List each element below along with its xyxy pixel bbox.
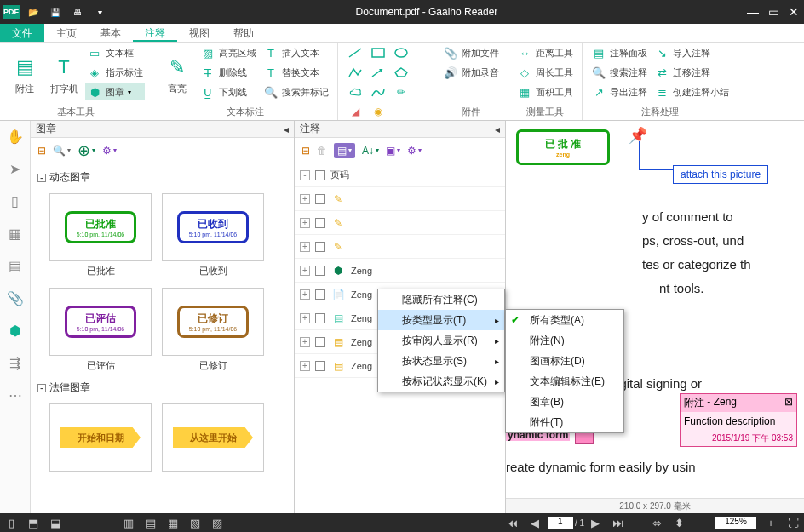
export-comment-button[interactable]: ↗导出注释 bbox=[589, 83, 649, 100]
prev-page-button[interactable]: ◀ bbox=[524, 517, 546, 529]
sb-icon[interactable]: ▥ bbox=[118, 517, 140, 529]
pencil-shape[interactable]: ✏ bbox=[392, 84, 411, 100]
zoom-out-button[interactable]: − bbox=[690, 517, 712, 529]
attach-file-button[interactable]: 📎附加文件 bbox=[441, 44, 501, 61]
cloud-shape[interactable] bbox=[346, 84, 365, 100]
polyline-shape[interactable] bbox=[346, 65, 365, 80]
zoom-input[interactable]: 125% bbox=[715, 517, 756, 529]
category-dynamic[interactable]: -动态图章 bbox=[37, 170, 287, 185]
perimeter-tool-button[interactable]: ◇周长工具 bbox=[515, 64, 575, 81]
arrow-icon[interactable]: ➤ bbox=[5, 158, 26, 179]
search-comment-button[interactable]: 🔍搜索注释 bbox=[589, 64, 649, 81]
filter2-button[interactable]: ▣▾ bbox=[386, 145, 400, 157]
callout-button[interactable]: ◈指示标注 bbox=[85, 64, 145, 81]
filter-anno-button[interactable]: ▤▾ bbox=[334, 143, 355, 158]
minimize-button[interactable]: — bbox=[743, 5, 763, 19]
eyedrop-shape[interactable]: ◉ bbox=[369, 104, 388, 119]
menu-item[interactable]: 按审阅人显示(R)▸ bbox=[378, 330, 504, 351]
approved-stamp[interactable]: 已 批 准zeng bbox=[516, 129, 610, 165]
search-mark-button[interactable]: 🔍搜索并标记 bbox=[261, 83, 330, 100]
callout-annotation[interactable]: attach this picture bbox=[673, 165, 768, 184]
annotation-row[interactable]: + ✎ bbox=[295, 187, 505, 211]
strikeout-button[interactable]: T̶删除线 bbox=[198, 64, 258, 81]
eraser-shape[interactable]: ◢ bbox=[346, 104, 365, 119]
comment-panel-button[interactable]: ▤注释面板 bbox=[589, 44, 649, 61]
page-header-row[interactable]: -页码 bbox=[295, 163, 505, 187]
annotation-row[interactable]: + ✎ bbox=[295, 211, 505, 235]
stamp-item-已修订[interactable]: 已修订5:10 pm, 11/14/06 已修订 bbox=[162, 288, 264, 372]
hand-icon[interactable]: ✋ bbox=[5, 126, 26, 146]
sticky-note[interactable]: 附注 - Zeng⊠ Function description 2015/1/1… bbox=[680, 393, 797, 447]
highlight-area-button[interactable]: ▨高亮区域 bbox=[198, 44, 258, 61]
sort-anno-button[interactable]: A↓▾ bbox=[362, 145, 379, 157]
fit-page-icon[interactable]: ⬍ bbox=[668, 517, 690, 529]
submenu-item[interactable]: 附注(N) bbox=[506, 330, 623, 351]
save-icon[interactable]: 💾 bbox=[47, 5, 64, 19]
submenu-item[interactable]: 文本编辑标注(E) bbox=[506, 371, 623, 392]
attach-audio-button[interactable]: 🔊附加录音 bbox=[441, 64, 501, 81]
collapse-icon[interactable]: ◂ bbox=[495, 123, 500, 135]
sb-icon[interactable]: ⬓ bbox=[44, 517, 66, 529]
search-stamp-button[interactable]: 🔍▾ bbox=[53, 145, 71, 157]
distance-tool-button[interactable]: ↔距离工具 bbox=[515, 44, 575, 61]
sb-icon[interactable]: ▤ bbox=[140, 517, 162, 529]
submenu-item[interactable]: 附件(T) bbox=[506, 412, 623, 432]
annotation-row[interactable]: + ⬢ Zeng bbox=[295, 259, 505, 283]
last-page-button[interactable]: ⏭ bbox=[606, 517, 629, 529]
stamp-item-从这里开始[interactable]: 从这里开始 bbox=[162, 403, 264, 472]
textbox-button[interactable]: ▭文本框 bbox=[85, 44, 145, 61]
tab-annotate[interactable]: 注释 bbox=[133, 24, 177, 42]
anno-settings-button[interactable]: ⚙▾ bbox=[407, 145, 422, 157]
collapse-icon[interactable]: ◂ bbox=[284, 123, 289, 135]
menu-item[interactable]: 按状态显示(S)▸ bbox=[378, 351, 504, 371]
area-tool-button[interactable]: ▦面积工具 bbox=[515, 83, 575, 100]
note-button[interactable]: ▤附注 bbox=[7, 44, 43, 104]
tab-view[interactable]: 视图 bbox=[177, 24, 221, 42]
close-button[interactable]: ✕ bbox=[784, 5, 804, 19]
arrow-shape[interactable] bbox=[369, 65, 388, 80]
submenu-item[interactable]: ✔所有类型(A) bbox=[506, 310, 623, 330]
sb-icon[interactable]: ⬒ bbox=[22, 517, 44, 529]
sb-icon[interactable]: ▨ bbox=[206, 517, 228, 529]
insert-text-button[interactable]: T插入文本 bbox=[261, 44, 330, 61]
comment-icon[interactable]: ▤ bbox=[5, 255, 26, 276]
line-shape[interactable] bbox=[346, 45, 365, 60]
rect-shape[interactable] bbox=[369, 45, 388, 60]
stamp-tool-icon[interactable]: ⬢ bbox=[5, 320, 26, 340]
fit-width-icon[interactable]: ⬄ bbox=[646, 517, 668, 529]
open-icon[interactable]: 📂 bbox=[25, 5, 42, 19]
collapse-anno-button[interactable]: ⊟ bbox=[302, 145, 310, 157]
highlight-button[interactable]: ✎高亮 bbox=[159, 44, 195, 104]
category-legal[interactable]: -法律图章 bbox=[37, 380, 287, 395]
tab-basic[interactable]: 基本 bbox=[89, 24, 133, 42]
thumbnails-icon[interactable]: ▦ bbox=[5, 223, 26, 243]
submenu-item[interactable]: 图画标注(D) bbox=[506, 351, 623, 371]
sb-icon[interactable]: ▯ bbox=[0, 517, 22, 529]
migrate-comment-button[interactable]: ⇄迁移注释 bbox=[652, 64, 731, 81]
fullscreen-button[interactable]: ⛶ bbox=[782, 517, 804, 529]
stamp-item-已评估[interactable]: 已评估5:10 pm, 11/14/06 已评估 bbox=[49, 288, 152, 372]
submenu-item[interactable]: 图章(B) bbox=[506, 392, 623, 412]
more-icon[interactable]: ⋯ bbox=[5, 385, 26, 405]
menu-item[interactable]: 按类型显示(T)▸ bbox=[378, 310, 504, 330]
collapse-all-button[interactable]: ⊟ bbox=[37, 145, 46, 157]
underline-button[interactable]: U̲下划线 bbox=[198, 83, 258, 100]
sb-icon[interactable]: ▧ bbox=[184, 517, 206, 529]
stamp-item-已收到[interactable]: 已收到5:10 pm, 11/14/06 已收到 bbox=[162, 193, 264, 277]
menu-item[interactable]: 隐藏所有注释(C) bbox=[378, 289, 504, 310]
delete-anno-button[interactable]: 🗑 bbox=[317, 145, 327, 157]
tree-icon[interactable]: ⇶ bbox=[5, 352, 26, 373]
maximize-button[interactable]: ▭ bbox=[763, 5, 784, 19]
summary-comment-button[interactable]: ≣创建注释小结 bbox=[652, 83, 731, 100]
annotation-row[interactable]: + ✎ bbox=[295, 235, 505, 259]
first-page-button[interactable]: ⏮ bbox=[502, 517, 524, 529]
oval-shape[interactable] bbox=[392, 45, 411, 60]
polygon-shape[interactable] bbox=[392, 65, 411, 80]
bookmark-icon[interactable]: ▯ bbox=[5, 191, 26, 211]
typewriter-button[interactable]: T打字机 bbox=[46, 44, 82, 104]
page-input[interactable]: 1 bbox=[548, 517, 573, 529]
stamp-button[interactable]: ⬢图章▾ bbox=[85, 83, 145, 100]
next-page-button[interactable]: ▶ bbox=[584, 517, 606, 529]
print-icon[interactable]: 🖶 bbox=[69, 5, 86, 19]
menu-item[interactable]: 按标记状态显示(K)▸ bbox=[378, 371, 504, 392]
